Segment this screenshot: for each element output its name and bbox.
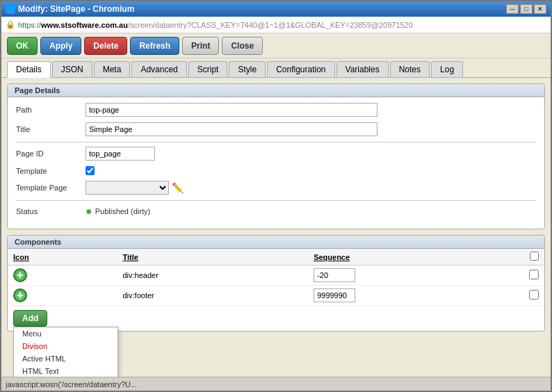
toolbar: OK Apply Delete Refresh Print Close	[1, 33, 551, 58]
table-row: + div:header	[8, 266, 544, 286]
row2-icon-cell: +	[8, 286, 117, 306]
add-button[interactable]: Add	[13, 310, 47, 327]
tab-variables[interactable]: Variables	[336, 61, 389, 77]
template-checkbox[interactable]	[86, 166, 95, 175]
row1-sequence-cell	[308, 266, 523, 286]
close-window-button[interactable]: ✕	[534, 4, 546, 14]
menu-item-html-text[interactable]: HTML Text	[14, 365, 117, 377]
components-panel: Components Icon Title Sequence	[7, 235, 545, 332]
table-row: + div:footer	[8, 286, 544, 306]
status-bar: javascript:wosn('/screen/dataentry?U...	[1, 377, 551, 391]
menu-item-menu[interactable]: Menu	[14, 327, 117, 340]
template-page-row: Template Page ✏️	[16, 181, 536, 195]
menu-item-active-html[interactable]: Active HTML	[14, 352, 117, 365]
close-button[interactable]: Close	[222, 37, 263, 55]
divider-1	[16, 142, 536, 142]
address-text: https://www.stsoftware.com.au/screen/dat…	[18, 21, 413, 29]
window-controls: ─ □ ✕	[506, 4, 546, 14]
divider-2	[16, 200, 536, 201]
row2-checkbox-cell	[523, 286, 544, 306]
window-frame: 🌐 Modify: SitePage - Chromium ─ □ ✕ 🔒 ht…	[0, 0, 552, 392]
window-title: Modify: SitePage - Chromium	[18, 4, 134, 14]
status-row: Status ● Published (dirty)	[16, 205, 536, 218]
print-button[interactable]: Print	[182, 37, 219, 55]
col-title: Title	[117, 249, 308, 266]
template-edit-icon[interactable]: ✏️	[172, 182, 184, 193]
add-btn-row: Add Menu Divison Active HTML HTML Text X…	[8, 306, 544, 331]
status-value: Published (dirty)	[95, 207, 150, 215]
add-dropdown-menu: Menu Divison Active HTML HTML Text XSLT …	[13, 327, 118, 377]
template-label: Template	[16, 167, 86, 175]
path-label: Path	[16, 106, 86, 114]
content-area: Page Details Path Title Page ID Template	[1, 78, 551, 377]
maximize-button[interactable]: □	[520, 4, 533, 14]
tab-meta[interactable]: Meta	[94, 61, 131, 77]
tab-notes[interactable]: Notes	[390, 61, 430, 77]
status-bar-text: javascript:wosn('/screen/dataentry?U...	[6, 380, 137, 389]
row1-sequence-input[interactable]	[314, 268, 355, 282]
address-path: /screen/dataentry?CLASS_KEY=7440@1~1@1&G…	[128, 21, 413, 29]
components-table: Icon Title Sequence + div:header	[8, 249, 544, 306]
row2-add-icon[interactable]: +	[13, 288, 27, 302]
components-table-wrapper: Icon Title Sequence + div:header	[8, 249, 544, 331]
page-details-header: Page Details	[8, 84, 544, 97]
template-page-select[interactable]	[86, 181, 169, 195]
tab-style[interactable]: Style	[229, 61, 266, 77]
minimize-button[interactable]: ─	[506, 4, 519, 14]
table-header-row: Icon Title Sequence	[8, 249, 544, 266]
tab-configuration[interactable]: Configuration	[267, 61, 334, 77]
address-https: https://	[18, 21, 41, 29]
template-row: Template	[16, 166, 536, 175]
status-icon: ●	[86, 205, 92, 218]
row1-checkbox[interactable]	[529, 270, 539, 279]
row2-sequence-cell	[308, 286, 523, 306]
path-input[interactable]	[86, 103, 378, 117]
col-icon: Icon	[8, 249, 117, 266]
row2-checkbox[interactable]	[529, 290, 539, 300]
delete-button[interactable]: Delete	[84, 37, 127, 55]
title-bar: 🌐 Modify: SitePage - Chromium ─ □ ✕	[1, 1, 551, 17]
tab-json[interactable]: JSON	[52, 61, 92, 77]
page-id-input[interactable]	[86, 147, 155, 161]
col-sequence: Sequence	[308, 249, 523, 266]
apply-button[interactable]: Apply	[40, 37, 81, 55]
status-label: Status	[16, 207, 86, 215]
tab-log[interactable]: Log	[431, 61, 463, 77]
title-input[interactable]	[86, 122, 378, 136]
address-domain: www.stsoftware.com.au	[41, 21, 128, 29]
row1-add-icon[interactable]: +	[13, 268, 27, 282]
select-all-checkbox[interactable]	[530, 252, 539, 261]
app-icon: 🌐	[6, 4, 15, 14]
title-label: Title	[16, 125, 86, 133]
tabs-bar: Details JSON Meta Advanced Script Style …	[1, 58, 551, 78]
components-header: Components	[8, 236, 544, 249]
tab-script[interactable]: Script	[188, 61, 228, 77]
lock-icon: 🔒	[6, 20, 15, 29]
tab-advanced[interactable]: Advanced	[131, 61, 186, 77]
page-id-label: Page ID	[16, 149, 86, 158]
row1-icon-cell: +	[8, 266, 117, 286]
row2-title-cell: div:footer	[117, 286, 308, 306]
template-select-wrapper: ✏️	[86, 181, 184, 195]
address-bar: 🔒 https://www.stsoftware.com.au/screen/d…	[1, 17, 551, 33]
row1-title-cell: div:header	[117, 266, 308, 286]
refresh-button[interactable]: Refresh	[130, 37, 179, 55]
template-page-label: Template Page	[16, 183, 86, 192]
row2-sequence-input[interactable]	[314, 288, 355, 302]
row1-checkbox-cell	[523, 266, 544, 286]
title-bar-left: 🌐 Modify: SitePage - Chromium	[6, 4, 134, 14]
path-row: Path	[16, 103, 536, 117]
col-checkbox-header	[523, 249, 544, 266]
title-row: Title	[16, 122, 536, 136]
ok-button[interactable]: OK	[7, 37, 38, 55]
page-id-row: Page ID	[16, 147, 536, 161]
page-details-body: Path Title Page ID Template Templat	[8, 97, 544, 229]
tab-details[interactable]: Details	[7, 61, 51, 78]
menu-item-divison[interactable]: Divison	[14, 340, 117, 352]
page-details-panel: Page Details Path Title Page ID Template	[7, 83, 545, 229]
